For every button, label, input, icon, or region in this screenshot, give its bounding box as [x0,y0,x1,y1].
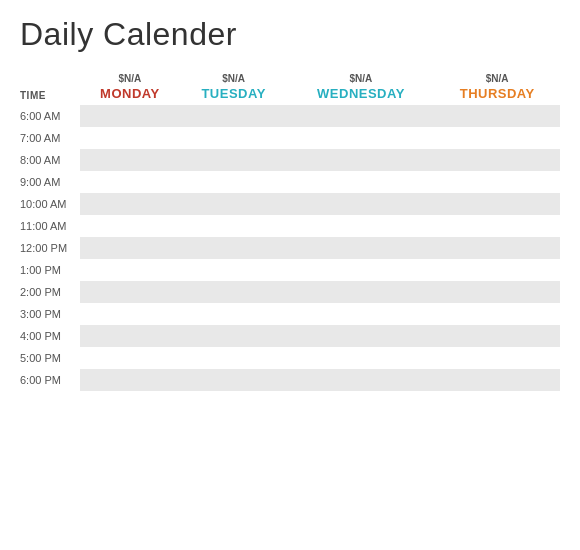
na-time-col [20,71,80,86]
time-label: 11:00 AM [20,215,80,237]
event-cell[interactable] [434,303,560,325]
event-cell[interactable] [180,215,288,237]
time-label: 10:00 AM [20,193,80,215]
calendar-table: $N/A $N/A $N/A $N/A TIME MONDAY TUESDAY … [20,71,560,391]
event-cell[interactable] [180,303,288,325]
event-cell[interactable] [80,215,180,237]
event-cell[interactable] [288,215,435,237]
calendar-page: Daily Calender $N/A $N/A $N/A $N/A TIME … [0,0,580,550]
time-row: 11:00 AM [20,215,560,237]
event-cell[interactable] [80,281,180,303]
calendar-body: 6:00 AM7:00 AM8:00 AM9:00 AM10:00 AM11:0… [20,105,560,391]
time-row: 1:00 PM [20,259,560,281]
event-cell[interactable] [80,259,180,281]
event-cell[interactable] [288,259,435,281]
time-row: 3:00 PM [20,303,560,325]
event-cell[interactable] [180,237,288,259]
event-cell[interactable] [288,193,435,215]
time-header: TIME [20,86,80,105]
event-cell[interactable] [434,193,560,215]
time-label: 6:00 AM [20,105,80,127]
event-cell[interactable] [434,149,560,171]
time-label: 5:00 PM [20,347,80,369]
event-cell[interactable] [80,325,180,347]
time-label: 8:00 AM [20,149,80,171]
day-header-row: TIME MONDAY TUESDAY WEDNESDAY THURSDAY [20,86,560,105]
event-cell[interactable] [434,171,560,193]
time-row: 8:00 AM [20,149,560,171]
event-cell[interactable] [180,193,288,215]
time-label: 2:00 PM [20,281,80,303]
page-title: Daily Calender [20,16,560,53]
wednesday-header: WEDNESDAY [288,86,435,105]
event-cell[interactable] [434,369,560,391]
event-cell[interactable] [180,347,288,369]
event-cell[interactable] [80,303,180,325]
event-cell[interactable] [180,259,288,281]
time-label: 3:00 PM [20,303,80,325]
time-label: 4:00 PM [20,325,80,347]
event-cell[interactable] [288,281,435,303]
event-cell[interactable] [434,237,560,259]
event-cell[interactable] [180,369,288,391]
event-cell[interactable] [434,127,560,149]
time-label: 12:00 PM [20,237,80,259]
na-col-wednesday: $N/A [288,71,435,86]
time-row: 7:00 AM [20,127,560,149]
time-row: 5:00 PM [20,347,560,369]
event-cell[interactable] [80,237,180,259]
event-cell[interactable] [288,369,435,391]
event-cell[interactable] [80,369,180,391]
event-cell[interactable] [288,303,435,325]
event-cell[interactable] [80,127,180,149]
event-cell[interactable] [180,149,288,171]
event-cell[interactable] [80,105,180,127]
monday-header: MONDAY [80,86,180,105]
event-cell[interactable] [180,105,288,127]
event-cell[interactable] [80,149,180,171]
event-cell[interactable] [80,171,180,193]
time-row: 10:00 AM [20,193,560,215]
time-row: 2:00 PM [20,281,560,303]
na-header-row: $N/A $N/A $N/A $N/A [20,71,560,86]
event-cell[interactable] [288,325,435,347]
event-cell[interactable] [288,237,435,259]
time-row: 9:00 AM [20,171,560,193]
time-row: 6:00 PM [20,369,560,391]
time-label: 9:00 AM [20,171,80,193]
na-col-monday: $N/A [80,71,180,86]
na-col-tuesday: $N/A [180,71,288,86]
event-cell[interactable] [434,281,560,303]
event-cell[interactable] [180,325,288,347]
time-label: 7:00 AM [20,127,80,149]
time-row: 12:00 PM [20,237,560,259]
event-cell[interactable] [80,193,180,215]
event-cell[interactable] [288,171,435,193]
event-cell[interactable] [288,105,435,127]
event-cell[interactable] [180,171,288,193]
time-row: 6:00 AM [20,105,560,127]
event-cell[interactable] [288,127,435,149]
event-cell[interactable] [434,259,560,281]
event-cell[interactable] [80,347,180,369]
event-cell[interactable] [288,347,435,369]
event-cell[interactable] [288,149,435,171]
tuesday-header: TUESDAY [180,86,288,105]
event-cell[interactable] [434,215,560,237]
event-cell[interactable] [434,105,560,127]
event-cell[interactable] [180,127,288,149]
time-row: 4:00 PM [20,325,560,347]
thursday-header: THURSDAY [434,86,560,105]
na-col-thursday: $N/A [434,71,560,86]
event-cell[interactable] [434,347,560,369]
event-cell[interactable] [434,325,560,347]
time-label: 1:00 PM [20,259,80,281]
event-cell[interactable] [180,281,288,303]
time-label: 6:00 PM [20,369,80,391]
